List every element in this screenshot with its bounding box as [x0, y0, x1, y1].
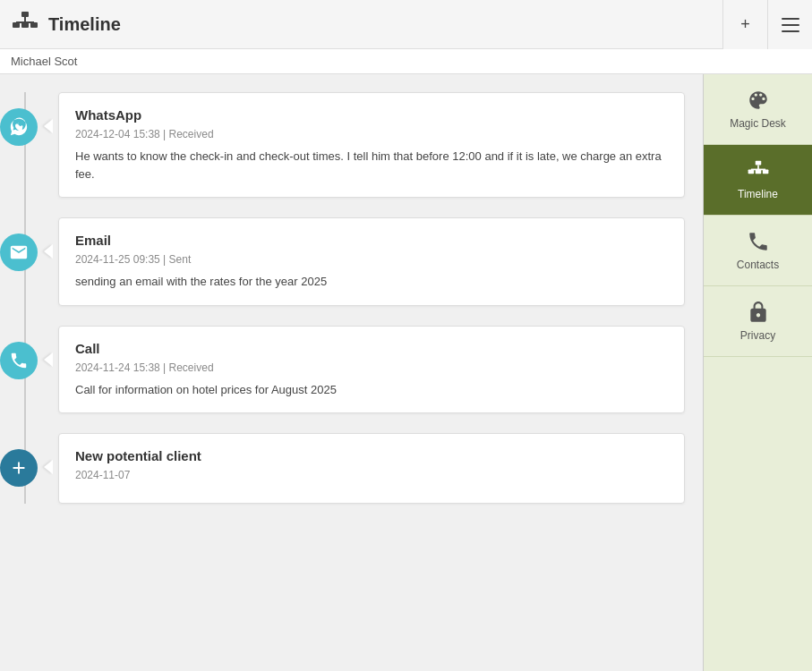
card-meta: 2024-11-25 09:35 | Sent	[75, 253, 668, 266]
timeline-area: WhatsApp 2024-12-04 15:38 | Received He …	[0, 74, 703, 671]
card-title: Call	[75, 341, 668, 356]
timeline-card-whatsapp[interactable]: WhatsApp 2024-12-04 15:38 | Received He …	[58, 92, 685, 198]
card-meta: 2024-11-07	[75, 469, 668, 481]
list-item: Call 2024-11-24 15:38 | Received Call fo…	[58, 326, 685, 414]
menu-button[interactable]	[767, 0, 812, 49]
list-item: New potential client 2024-11-07	[58, 433, 685, 504]
timeline-card-new-client[interactable]: New potential client 2024-11-07	[58, 433, 685, 504]
timeline-arrow	[44, 119, 53, 133]
email-icon	[0, 234, 38, 271]
timeline-arrow	[44, 352, 53, 367]
sidebar-item-timeline[interactable]: Timeline	[704, 145, 812, 216]
svg-rect-6	[782, 18, 799, 20]
timeline-track: WhatsApp 2024-12-04 15:38 | Received He …	[0, 92, 685, 504]
lock-icon	[747, 301, 770, 324]
card-title: WhatsApp	[75, 107, 668, 123]
card-meta: 2024-11-24 15:38 | Received	[75, 361, 668, 374]
list-item: Email 2024-11-25 09:35 | Sent sending an…	[58, 217, 685, 306]
whatsapp-icon	[0, 108, 38, 146]
list-item: WhatsApp 2024-12-04 15:38 | Received He …	[58, 92, 685, 198]
svg-rect-7	[782, 24, 799, 26]
svg-rect-0	[21, 12, 29, 17]
sidebar-label-contacts: Contacts	[737, 259, 779, 271]
sidebar: Magic Desk Timeline Conta	[703, 74, 812, 671]
sidebar-item-privacy[interactable]: Privacy	[704, 286, 812, 357]
subheader: Michael Scot	[0, 49, 812, 74]
timeline-card-call[interactable]: Call 2024-11-24 15:38 | Received Call fo…	[58, 326, 685, 414]
timeline-arrow	[44, 244, 53, 259]
phone-icon	[0, 342, 38, 379]
card-title: New potential client	[75, 448, 668, 463]
sidebar-item-magic-desk[interactable]: Magic Desk	[704, 74, 812, 145]
card-body: sending an email with the rates for the …	[75, 273, 668, 291]
contacts-phone-icon	[747, 230, 770, 253]
card-title: Email	[75, 233, 668, 248]
card-meta: 2024-12-04 15:38 | Received	[75, 128, 668, 140]
user-name: Michael Scot	[11, 55, 77, 68]
page-title: Timeline	[48, 14, 121, 35]
add-button[interactable]: +	[722, 0, 767, 49]
sidebar-item-contacts[interactable]: Contacts	[704, 216, 812, 286]
sidebar-label-privacy: Privacy	[740, 329, 775, 342]
card-body: He wants to know the check-in and check-…	[75, 148, 668, 183]
palette-icon	[747, 89, 770, 112]
sidebar-label-timeline: Timeline	[738, 188, 778, 200]
timeline-card-email[interactable]: Email 2024-11-25 09:35 | Sent sending an…	[58, 217, 685, 306]
org-chart-icon	[747, 159, 770, 183]
card-body: Call for information on hotel prices for…	[75, 381, 668, 399]
main-layout: WhatsApp 2024-12-04 15:38 | Received He …	[0, 74, 812, 671]
plus-icon	[0, 449, 38, 487]
header: Timeline +	[0, 0, 812, 49]
svg-rect-9	[755, 161, 761, 166]
svg-rect-8	[782, 30, 799, 32]
header-actions: +	[722, 0, 812, 49]
header-org-icon	[11, 10, 39, 38]
timeline-arrow	[44, 460, 53, 474]
sidebar-label-magic-desk: Magic Desk	[730, 117, 786, 130]
